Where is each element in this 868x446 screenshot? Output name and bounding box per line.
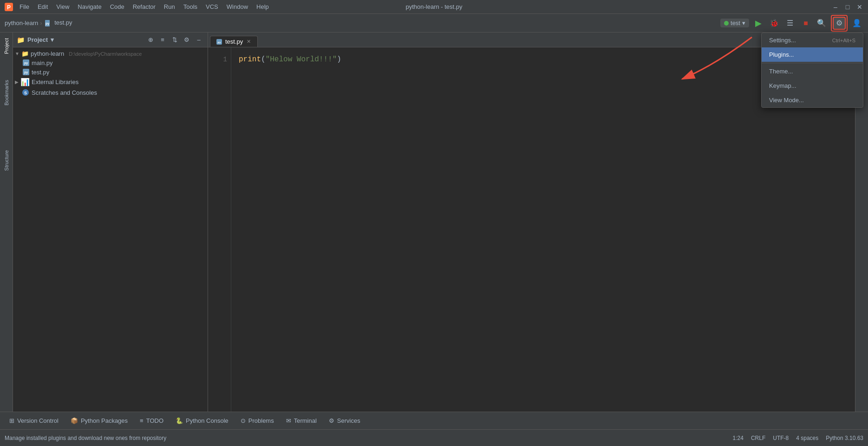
coverage-button[interactable]: ☰	[783, 17, 796, 30]
tree-scratches-label: Scratches and Consoles	[32, 89, 97, 96]
search-button[interactable]: 🔍	[815, 17, 828, 30]
dropdown-item-keymap[interactable]: Keymap...	[762, 79, 863, 93]
menu-help[interactable]: Help	[253, 2, 273, 11]
tab-problems-label: Problems	[248, 417, 274, 424]
project-panel-header: 📁 Project ▾ ⊕ ≡ ⇅ ⚙ –	[13, 33, 208, 47]
close-button[interactable]: ✕	[855, 2, 864, 12]
svg-text:P: P	[7, 4, 11, 11]
maximize-button[interactable]: □	[843, 2, 852, 12]
status-encoding[interactable]: UTF-8	[773, 435, 789, 441]
sidebar-item-project[interactable]: Project	[2, 34, 11, 58]
folder-icon: 📁	[17, 36, 25, 44]
tab-close-button[interactable]: ✕	[246, 39, 252, 45]
run-configuration[interactable]: test ▾	[720, 19, 749, 27]
title-bar: P File Edit View Navigate Code Refactor …	[0, 0, 868, 14]
run-button[interactable]: ▶	[752, 17, 765, 30]
dropdown-item-theme[interactable]: Theme...	[762, 64, 863, 79]
menu-edit[interactable]: Edit	[34, 2, 52, 11]
menu-code[interactable]: Code	[106, 2, 128, 11]
menu-refactor[interactable]: Refactor	[129, 2, 159, 11]
window-controls: – □ ✕	[831, 2, 864, 12]
menu-file[interactable]: File	[16, 2, 33, 11]
svg-text:S: S	[24, 91, 27, 95]
settings-gear-button[interactable]: ⚙	[833, 17, 846, 30]
settings-gear-highlight: ⚙	[831, 15, 848, 32]
dropdown-separator	[762, 63, 863, 63]
menu-navigate[interactable]: Navigate	[74, 2, 105, 11]
main-container: Project Bookmarks Structure 📁 Project ▾ …	[0, 33, 868, 412]
menu-tools[interactable]: Tools	[180, 2, 201, 11]
editor-tab-testpy[interactable]: py test.py ✕	[210, 36, 258, 47]
dropdown-plugins-label: Plugins...	[769, 51, 794, 58]
panel-collapse-btn[interactable]: ≡	[157, 35, 168, 45]
dropdown-item-settings[interactable]: Settings... Ctrl+Alt+S	[762, 33, 863, 47]
status-message: Manage installed plugins and download ne…	[5, 435, 166, 441]
project-panel: 📁 Project ▾ ⊕ ≡ ⇅ ⚙ – ▼ 📁 python-learn D…	[13, 33, 208, 412]
folder-icon: 📁	[21, 50, 29, 57]
toolbar-left: python-learn › py test.py	[5, 19, 72, 27]
tab-problems[interactable]: ⊙ Problems	[235, 415, 280, 426]
sidebar-item-structure[interactable]: Structure	[2, 146, 11, 175]
status-position[interactable]: 1:24	[733, 435, 744, 441]
tree-item-mainpy[interactable]: py main.py	[20, 58, 208, 67]
code-close-paren: )	[337, 53, 341, 66]
project-panel-title: 📁 Project ▾	[17, 36, 54, 44]
dropdown-item-viewmode[interactable]: View Mode...	[762, 93, 863, 107]
panel-locate-btn[interactable]: ⊕	[145, 35, 156, 45]
code-print-keyword: print	[239, 53, 261, 66]
tab-python-packages[interactable]: 📦 Python Packages	[65, 415, 133, 426]
chevron-icon: ▼	[15, 51, 20, 56]
tab-todo-label: TODO	[146, 417, 163, 424]
settings-dropdown-menu: Settings... Ctrl+Alt+S Plugins... Theme.…	[761, 33, 863, 108]
menu-bar: File Edit View Navigate Code Refactor Ru…	[16, 2, 273, 11]
panel-actions: ⊕ ≡ ⇅ ⚙ –	[145, 35, 204, 45]
sidebar-item-bookmarks[interactable]: Bookmarks	[2, 76, 11, 109]
panel-close-btn[interactable]: –	[194, 35, 204, 45]
problems-icon: ⊙	[241, 417, 246, 424]
status-line-sep[interactable]: CRLF	[751, 435, 765, 441]
status-bar-left: Manage installed plugins and download ne…	[5, 435, 166, 441]
user-button[interactable]: 👤	[850, 17, 863, 30]
panel-title-text: Project	[27, 36, 48, 43]
file-tree: ▼ 📁 python-learn D:\develop\PyCharm\work…	[13, 47, 208, 412]
tree-external-libraries-label: External Libraries	[32, 79, 78, 85]
status-python[interactable]: Python 3.10.63	[826, 435, 863, 441]
minimize-button[interactable]: –	[831, 2, 840, 12]
tree-item-testpy-label: test.py	[32, 69, 49, 76]
bottom-tabs: ⊞ Version Control 📦 Python Packages ≡ TO…	[0, 412, 868, 429]
tab-services[interactable]: ⚙ Services	[323, 415, 366, 426]
breadcrumb: python-learn › py test.py	[5, 19, 72, 27]
tab-terminal-label: Terminal	[294, 417, 317, 424]
tab-file-icon: py	[216, 39, 222, 45]
tab-python-packages-label: Python Packages	[81, 417, 128, 424]
status-bar-right: 1:24 CRLF UTF-8 4 spaces Python 3.10.63	[733, 435, 863, 441]
breadcrumb-file[interactable]: py test.py	[44, 19, 72, 27]
svg-text:py: py	[46, 22, 49, 26]
tab-version-control[interactable]: ⊞ Version Control	[4, 415, 64, 426]
status-indent[interactable]: 4 spaces	[796, 435, 818, 441]
breadcrumb-project[interactable]: python-learn	[5, 20, 38, 26]
debug-button[interactable]: 🐞	[768, 17, 781, 30]
run-config-chevron: ▾	[742, 20, 745, 26]
app-logo: P	[4, 2, 14, 12]
tree-item-testpy[interactable]: py test.py	[20, 67, 208, 77]
status-bar: Manage installed plugins and download ne…	[0, 429, 868, 446]
tree-scratches[interactable]: S Scratches and Consoles	[13, 87, 208, 98]
code-editor: 1 print ( "Helow World!!!" )	[208, 47, 855, 412]
tree-root[interactable]: ▼ 📁 python-learn D:\develop\PyCharm\work…	[13, 49, 208, 58]
terminal-icon: ✉	[286, 417, 291, 424]
dropdown-item-plugins[interactable]: Plugins...	[762, 47, 863, 62]
tab-python-console[interactable]: 🐍 Python Console	[170, 415, 234, 426]
menu-view[interactable]: View	[52, 2, 73, 11]
stop-button[interactable]: ■	[799, 17, 812, 30]
menu-run[interactable]: Run	[160, 2, 179, 11]
menu-window[interactable]: Window	[223, 2, 252, 11]
panel-settings-btn[interactable]: ⚙	[182, 35, 192, 45]
tree-external-libraries[interactable]: ▶ 📊 External Libraries	[13, 77, 208, 87]
panel-sort-btn[interactable]: ⇅	[170, 35, 180, 45]
tab-terminal[interactable]: ✉ Terminal	[281, 415, 322, 426]
tree-item-mainpy-label: main.py	[32, 59, 53, 66]
tab-todo[interactable]: ≡ TODO	[134, 415, 169, 426]
dropdown-settings-shortcut: Ctrl+Alt+S	[832, 38, 855, 43]
menu-vcs[interactable]: VCS	[202, 2, 222, 11]
